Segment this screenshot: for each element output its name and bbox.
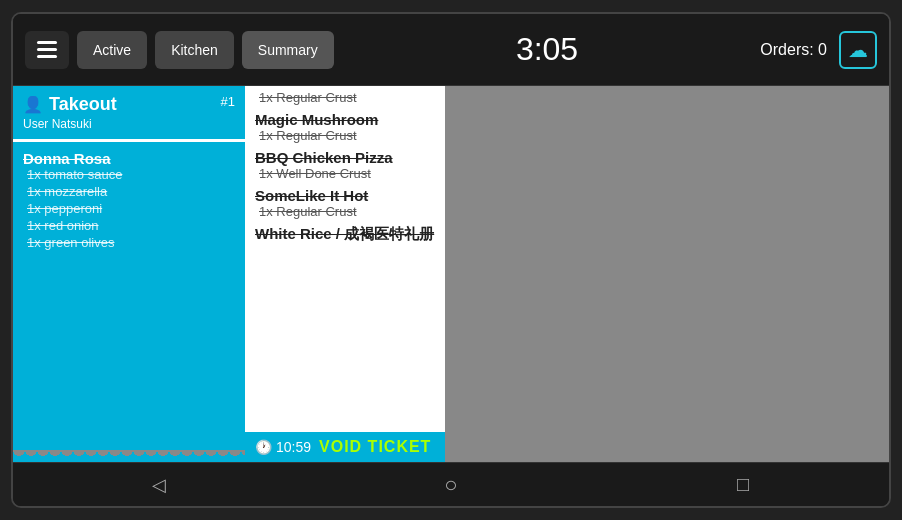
cloud-icon: ☁ (848, 38, 868, 62)
top-bar-left: Active Kitchen Summary (25, 31, 334, 69)
clock-icon: 🕐 (255, 439, 272, 455)
item-2-sub: 1x Well Done Crust (255, 166, 435, 181)
item-2-name: BBQ Chicken Pizza (255, 149, 435, 166)
nav-back-button[interactable] (139, 469, 179, 501)
takeout-items: Donna Rosa 1x tomato sauce 1x mozzarella… (13, 146, 245, 450)
menu-button[interactable] (25, 31, 69, 69)
time-text: 3:05 (516, 31, 578, 67)
orders-count: Orders: 0 (760, 41, 827, 59)
ticket-num: #1 (221, 94, 235, 109)
takeout-title-row: 👤 Takeout (23, 94, 117, 115)
timer-value: 10:59 (276, 439, 311, 455)
order-detail-panel: 1x Regular Crust Magic Mushroom 1x Regul… (245, 86, 445, 462)
item-0-sub: 1x Regular Crust (255, 90, 435, 105)
nav-recent-button[interactable] (723, 469, 763, 501)
donna-rosa-sub-3: 1x pepperoni (23, 201, 235, 216)
main-content: 👤 Takeout User Natsuki #1 Donna Rosa 1x … (13, 86, 889, 462)
nav-home-button[interactable] (431, 469, 471, 501)
top-bar-right: Orders: 0 ☁ (760, 31, 877, 69)
item-4-name: White Rice / 成褐医特礼册 (255, 225, 435, 244)
clock-display: 3:05 (334, 31, 761, 68)
order-items-list: 1x Regular Crust Magic Mushroom 1x Regul… (245, 86, 445, 432)
void-timer: 🕐 10:59 (255, 439, 311, 455)
donna-rosa-sub-5: 1x green olives (23, 235, 235, 250)
takeout-header: 👤 Takeout User Natsuki #1 (13, 86, 245, 135)
top-bar: Active Kitchen Summary 3:05 Orders: 0 ☁ (13, 14, 889, 86)
donna-rosa-name: Donna Rosa (23, 150, 235, 167)
bottom-nav (13, 462, 889, 506)
item-3-name: SomeLike It Hot (255, 187, 435, 204)
cloud-button[interactable]: ☁ (839, 31, 877, 69)
item-3-sub: 1x Regular Crust (255, 204, 435, 219)
wavy-border (13, 450, 245, 462)
void-label[interactable]: VOID TICKET (319, 438, 431, 456)
user-name: User Natsuki (23, 117, 117, 131)
gray-area (445, 86, 889, 462)
tab-active[interactable]: Active (77, 31, 147, 69)
donna-rosa-sub-4: 1x red onion (23, 218, 235, 233)
item-1-name: Magic Mushroom (255, 111, 435, 128)
item-1-sub: 1x Regular Crust (255, 128, 435, 143)
person-icon: 👤 (23, 95, 43, 114)
tab-kitchen[interactable]: Kitchen (155, 31, 234, 69)
takeout-title: Takeout (49, 94, 117, 115)
donna-rosa-sub-2: 1x mozzarella (23, 184, 235, 199)
tab-summary[interactable]: Summary (242, 31, 334, 69)
takeout-divider (13, 139, 245, 142)
void-bar: 🕐 10:59 VOID TICKET (245, 432, 445, 462)
takeout-panel: 👤 Takeout User Natsuki #1 Donna Rosa 1x … (13, 86, 245, 462)
donna-rosa-sub-1: 1x tomato sauce (23, 167, 235, 182)
